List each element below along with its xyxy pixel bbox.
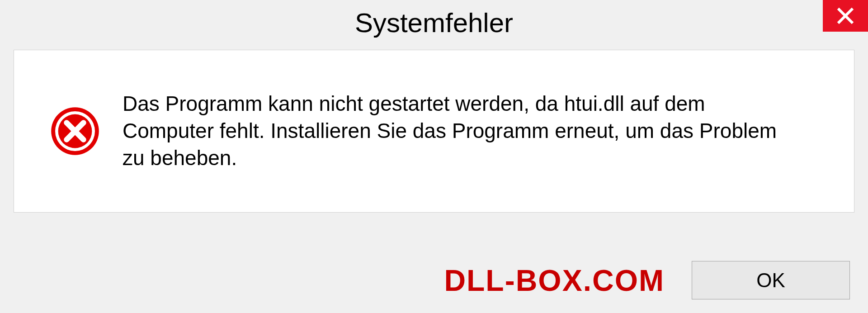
dialog-title: Systemfehler bbox=[355, 7, 513, 38]
watermark-text: DLL-BOX.COM bbox=[444, 263, 665, 298]
dialog-footer: DLL-BOX.COM OK bbox=[0, 261, 868, 299]
error-message: Das Programm kann nicht gestartet werden… bbox=[123, 90, 801, 171]
ok-button[interactable]: OK bbox=[692, 261, 850, 299]
error-dialog: Systemfehler Das Programm kann nicht ges… bbox=[0, 0, 868, 313]
content-panel: Das Programm kann nicht gestartet werden… bbox=[14, 50, 854, 213]
close-icon bbox=[836, 7, 854, 25]
error-icon bbox=[50, 106, 100, 156]
title-bar: Systemfehler bbox=[0, 0, 868, 45]
close-button[interactable] bbox=[823, 0, 868, 32]
